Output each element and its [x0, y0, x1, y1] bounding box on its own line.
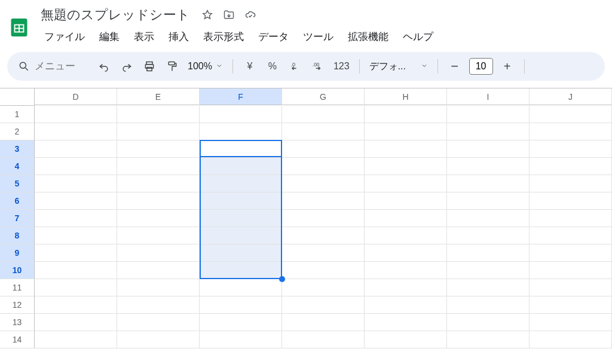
cell[interactable]	[447, 106, 530, 123]
cell[interactable]	[365, 296, 447, 314]
print-button[interactable]	[139, 56, 160, 77]
row-header[interactable]: 1	[0, 106, 35, 123]
cell[interactable]	[35, 106, 117, 123]
cell[interactable]	[117, 244, 200, 262]
decrease-decimal-button[interactable]: .0	[284, 56, 306, 77]
cell[interactable]	[447, 158, 530, 175]
cell[interactable]	[35, 314, 117, 331]
cell[interactable]	[282, 279, 365, 296]
column-header[interactable]: G	[282, 88, 365, 105]
font-size-input[interactable]	[469, 58, 493, 75]
cell[interactable]	[365, 140, 447, 158]
cell[interactable]	[530, 279, 612, 296]
cell[interactable]	[117, 106, 200, 123]
menu-data[interactable]: データ	[252, 27, 295, 46]
zoom-dropdown[interactable]: 100%	[184, 56, 227, 77]
row-header[interactable]: 11	[0, 279, 35, 296]
cell[interactable]	[365, 123, 447, 140]
cell[interactable]	[117, 296, 200, 314]
cell[interactable]	[200, 175, 282, 192]
cell[interactable]	[447, 314, 530, 331]
cell[interactable]	[365, 262, 447, 279]
paint-format-button[interactable]	[161, 56, 183, 77]
cell[interactable]	[447, 244, 530, 262]
cell[interactable]	[530, 192, 612, 210]
cell[interactable]	[365, 279, 447, 296]
cell[interactable]	[530, 175, 612, 192]
cell[interactable]	[530, 262, 612, 279]
cell[interactable]	[117, 227, 200, 244]
column-header[interactable]: D	[35, 88, 117, 105]
column-header[interactable]: H	[365, 88, 447, 105]
cell[interactable]	[365, 192, 447, 210]
cell[interactable]	[200, 123, 282, 140]
row-header[interactable]: 9	[0, 244, 35, 262]
cell[interactable]	[282, 123, 365, 140]
row-header[interactable]: 12	[0, 296, 35, 314]
cell[interactable]	[530, 140, 612, 158]
sheets-logo[interactable]	[7, 16, 31, 39]
cell[interactable]	[282, 192, 365, 210]
menu-extensions[interactable]: 拡張機能	[342, 27, 394, 46]
cell[interactable]	[35, 140, 117, 158]
cell[interactable]	[200, 331, 282, 348]
cell[interactable]	[282, 314, 365, 331]
cell[interactable]	[447, 227, 530, 244]
row-header[interactable]: 8	[0, 227, 35, 244]
cell[interactable]	[117, 279, 200, 296]
move-folder-icon[interactable]	[222, 8, 235, 22]
cell[interactable]	[447, 279, 530, 296]
cell[interactable]	[200, 296, 282, 314]
cell[interactable]	[35, 210, 117, 227]
cell[interactable]	[530, 123, 612, 140]
row-header[interactable]: 5	[0, 175, 35, 192]
cell[interactable]	[365, 244, 447, 262]
cell[interactable]	[35, 158, 117, 175]
cell[interactable]	[200, 244, 282, 262]
cell[interactable]	[117, 140, 200, 158]
cell[interactable]	[365, 314, 447, 331]
cell[interactable]	[530, 314, 612, 331]
column-header[interactable]: F	[200, 88, 282, 105]
cell[interactable]	[447, 262, 530, 279]
increase-decimal-button[interactable]: .00	[307, 56, 329, 77]
cell[interactable]	[530, 244, 612, 262]
cell[interactable]	[282, 140, 365, 158]
selection-handle[interactable]	[279, 276, 285, 282]
document-title[interactable]: 無題のスプレッドシート	[38, 5, 192, 25]
cell[interactable]	[365, 227, 447, 244]
menu-file[interactable]: ファイル	[38, 27, 91, 46]
cell[interactable]	[447, 175, 530, 192]
cell[interactable]	[447, 296, 530, 314]
cell[interactable]	[530, 227, 612, 244]
row-header[interactable]: 14	[0, 331, 35, 348]
cloud-status-icon[interactable]	[244, 8, 257, 22]
cell[interactable]	[35, 296, 117, 314]
cell[interactable]	[282, 210, 365, 227]
currency-format-button[interactable]: ¥	[239, 56, 261, 77]
cell[interactable]	[282, 106, 365, 123]
column-header[interactable]: I	[447, 88, 530, 105]
select-all-corner[interactable]	[0, 88, 35, 106]
menu-format[interactable]: 表示形式	[197, 27, 250, 46]
cell[interactable]	[365, 158, 447, 175]
menu-tools[interactable]: ツール	[297, 27, 339, 46]
cell[interactable]	[200, 314, 282, 331]
cell[interactable]	[117, 123, 200, 140]
menu-search-input[interactable]	[33, 60, 87, 73]
cell[interactable]	[117, 192, 200, 210]
font-family-dropdown[interactable]: デフォ...	[366, 56, 432, 77]
redo-button[interactable]	[116, 56, 137, 77]
cell[interactable]	[282, 227, 365, 244]
spreadsheet-grid[interactable]: D E F G H I J 1234567891011121314	[0, 88, 612, 348]
cell[interactable]	[282, 262, 365, 279]
percent-format-button[interactable]: %	[262, 56, 283, 77]
menu-search[interactable]	[13, 56, 92, 77]
column-header[interactable]: J	[530, 88, 612, 105]
cell[interactable]	[530, 106, 612, 123]
cell[interactable]	[365, 210, 447, 227]
cell[interactable]	[365, 106, 447, 123]
cell[interactable]	[200, 106, 282, 123]
cell[interactable]	[447, 192, 530, 210]
cell[interactable]	[200, 158, 282, 175]
